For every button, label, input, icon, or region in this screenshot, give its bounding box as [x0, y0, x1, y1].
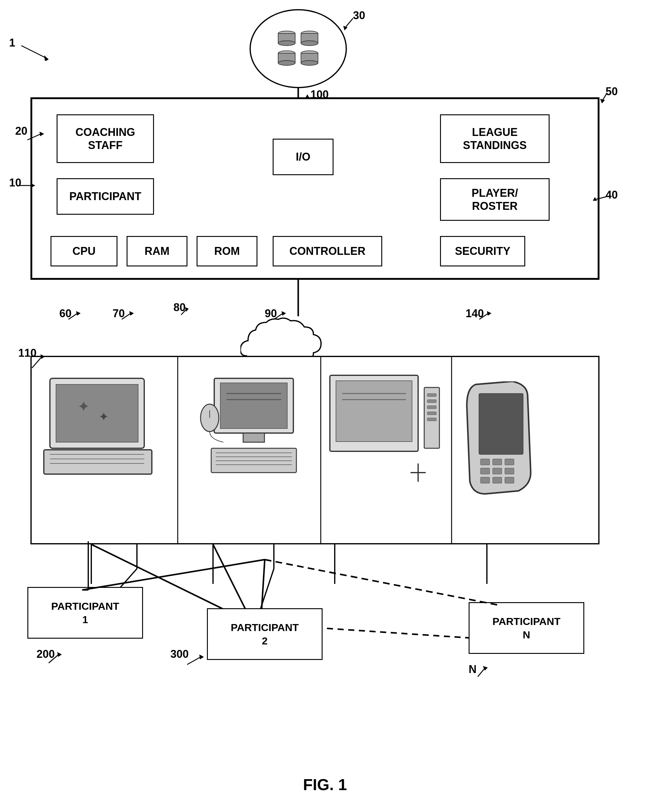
monitor-device [327, 372, 442, 524]
arrow-140 [478, 310, 496, 322]
database-oval [249, 9, 347, 88]
arrow-20 [24, 131, 49, 143]
desktop-device [187, 375, 303, 521]
svg-rect-63 [56, 385, 138, 442]
svg-rect-83 [336, 381, 412, 441]
io-box: I/O [273, 139, 333, 175]
svg-rect-96 [492, 459, 502, 465]
security-label: SECURITY [455, 244, 510, 258]
ram-label: RAM [145, 244, 170, 258]
svg-marker-48 [76, 311, 81, 316]
arrow-70 [120, 310, 138, 322]
svg-text:✦: ✦ [99, 410, 109, 423]
svg-point-28 [301, 41, 318, 46]
svg-rect-95 [480, 459, 489, 465]
fig-label: FIG. 1 [303, 775, 347, 794]
db-cylinder-3 [277, 50, 297, 67]
coaching-staff-label: COACHINGSTAFF [75, 125, 135, 152]
rom-box: ROM [197, 236, 257, 266]
svg-rect-99 [492, 468, 502, 474]
svg-marker-44 [600, 99, 605, 104]
svg-marker-22 [44, 55, 49, 61]
svg-line-21 [21, 46, 46, 58]
svg-line-43 [603, 93, 607, 100]
svg-marker-56 [487, 311, 491, 316]
svg-rect-94 [479, 394, 523, 454]
svg-line-45 [596, 196, 609, 199]
svg-text:✦: ✦ [77, 398, 90, 415]
phone-device [458, 382, 555, 518]
io-label: I/O [296, 150, 310, 163]
clients-box: ✦ ✦ [31, 356, 600, 544]
svg-line-106 [32, 356, 43, 368]
arrow-30 [341, 15, 356, 31]
arrow-110 [31, 353, 55, 371]
svg-rect-88 [427, 400, 436, 403]
svg-marker-52 [185, 307, 189, 312]
svg-rect-87 [427, 394, 436, 397]
db-cylinder-2 [300, 31, 320, 47]
svg-rect-74 [243, 433, 265, 442]
arrow-50 [596, 90, 612, 105]
arrow-10 [18, 179, 43, 192]
svg-marker-50 [129, 311, 134, 316]
arrow-1 [18, 43, 55, 61]
coaching-staff-box: COACHINGSTAFF [57, 114, 154, 163]
svg-line-117 [262, 560, 265, 608]
diagram-container: 1 [0, 0, 650, 812]
svg-rect-103 [505, 477, 514, 483]
svg-rect-64 [44, 450, 152, 474]
participant-connections [0, 541, 650, 678]
league-standings-box: LEAGUESTANDINGS [440, 114, 549, 163]
svg-marker-42 [31, 183, 35, 188]
participant-label: PARTICIPANT [69, 190, 142, 203]
controller-label: CONTROLLER [289, 244, 366, 258]
svg-rect-101 [480, 477, 489, 483]
cpu-label: CPU [72, 244, 96, 258]
db-cylinder-1 [277, 31, 297, 47]
cpu-box: CPU [50, 236, 118, 266]
svg-line-118 [265, 560, 499, 605]
svg-line-116 [82, 560, 265, 590]
participant-box: PARTICIPANT [57, 178, 154, 215]
ref-1: 1 [9, 37, 15, 49]
svg-point-34 [301, 61, 318, 66]
svg-rect-102 [492, 477, 502, 483]
svg-line-49 [122, 313, 131, 319]
svg-rect-71 [220, 383, 287, 429]
arrow-60 [67, 310, 85, 322]
player-roster-label: PLAYER/ROSTER [472, 186, 518, 212]
arrow-40 [590, 192, 612, 204]
svg-marker-107 [40, 354, 45, 359]
player-roster-box: PLAYER/ROSTER [440, 178, 549, 221]
svg-rect-90 [427, 412, 436, 415]
svg-marker-36 [343, 26, 347, 31]
svg-point-31 [278, 61, 295, 66]
controller-box: CONTROLLER [273, 236, 382, 266]
db-cylinder-4 [300, 50, 320, 67]
svg-line-47 [69, 313, 78, 319]
laptop-device: ✦ ✦ [41, 372, 168, 524]
ram-box: RAM [127, 236, 187, 266]
svg-line-55 [479, 313, 488, 319]
league-standings-label: LEAGUESTANDINGS [463, 125, 526, 152]
arrow-80 [179, 306, 195, 318]
svg-line-39 [28, 134, 41, 140]
svg-rect-97 [505, 459, 514, 465]
svg-marker-40 [40, 132, 44, 136]
security-box: SECURITY [440, 236, 525, 266]
svg-rect-89 [427, 406, 436, 409]
svg-rect-98 [480, 468, 489, 474]
db-grid [274, 27, 323, 70]
svg-rect-91 [427, 418, 436, 421]
svg-rect-100 [505, 468, 514, 474]
svg-point-25 [278, 41, 295, 46]
svg-marker-54 [281, 311, 286, 316]
rom-label: ROM [214, 244, 240, 258]
svg-line-35 [346, 18, 353, 27]
server-box: COACHINGSTAFF PARTICIPANT I/O LEAGUESTAN… [31, 97, 600, 280]
